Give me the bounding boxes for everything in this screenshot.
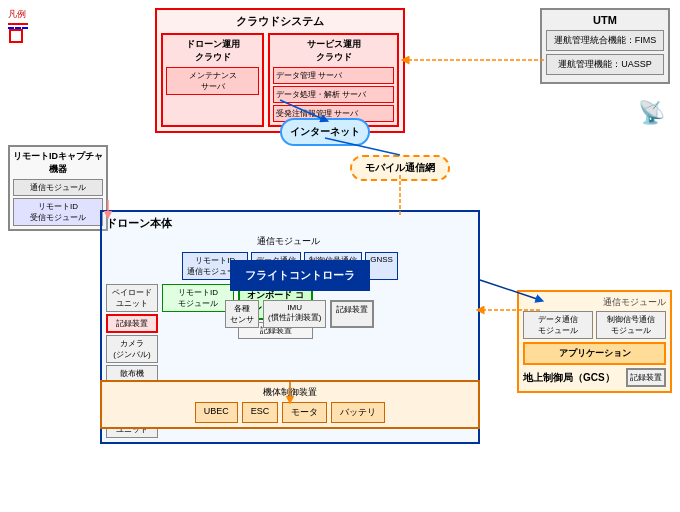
- ground-comm-row: データ通信モジュール 制御信号通信モジュール: [523, 311, 666, 339]
- recorder-ground: 記録装置: [626, 368, 666, 387]
- recorder-left: 記録装置: [106, 314, 158, 333]
- legend: 凡例: [8, 8, 32, 29]
- legend-item-1: [8, 23, 32, 25]
- remote-id-capture-title: リモートIDキャプチャ機器: [13, 150, 103, 176]
- remote-id-module: リモートIDモジュール: [162, 284, 234, 312]
- ground-data-comm: データ通信モジュール: [523, 311, 593, 339]
- drone-body-title: ドローン本体: [106, 216, 474, 231]
- remote-id-capture: リモートIDキャプチャ機器 通信モジュール リモートID受信モジュール: [8, 145, 108, 231]
- ground-bottom-row: 地上制御局（GCS） 記録装置: [523, 368, 666, 387]
- utm-box: UTM 運航管理統合機能：FIMS 運航管理機能：UASSP: [540, 8, 670, 84]
- ground-control-comm: 制御信号通信モジュール: [596, 311, 666, 339]
- camera-box: カメラ(ジンバル): [106, 335, 158, 363]
- main-diagram: 凡例 クラウドシステム ドローン運用クラウド メンテナンスサーバ サービス運用ク…: [0, 0, 680, 512]
- ground-control-station: 通信モジュール データ通信モジュール 制御信号通信モジュール アプリケーション …: [517, 290, 672, 393]
- utm-item-2: 運航管理機能：UASSP: [546, 54, 664, 75]
- remote-id-comm-module: 通信モジュール: [13, 179, 103, 196]
- legend-line-blue: [8, 27, 28, 29]
- sensors-row: 各種センサ IMU(慣性計測装置) 記録装置: [225, 300, 374, 328]
- esc-box: ESC: [242, 402, 279, 423]
- ground-ctrl-title: 地上制御局（GCS）: [523, 371, 615, 385]
- mech-ctrl: 機体制御装置 UBEC ESC モータ バッテリ: [100, 380, 480, 429]
- utm-item-1: 運航管理統合機能：FIMS: [546, 30, 664, 51]
- legend-line-red: [8, 23, 28, 25]
- gnss-box: GNSS: [365, 252, 398, 280]
- cloud-system: クラウドシステム ドローン運用クラウド メンテナンスサーバ サービス運用クラウド…: [155, 8, 405, 133]
- mech-ctrl-title: 機体制御装置: [106, 386, 474, 399]
- legend-item-2: [8, 27, 32, 29]
- ground-comm-label: 通信モジュール: [523, 296, 666, 309]
- payload-unit: ペイロードユニット: [106, 284, 158, 312]
- service-item-1: データ管理 サーバ: [273, 67, 394, 84]
- remote-id-recv: リモートID受信モジュール: [13, 198, 103, 226]
- service-cloud-title: サービス運用クラウド: [273, 38, 394, 64]
- drone-cloud: ドローン運用クラウド メンテナンスサーバ: [161, 33, 264, 127]
- motor-box: モータ: [282, 402, 327, 423]
- recorder-box: 記録装置: [330, 300, 374, 328]
- battery-box: バッテリ: [331, 402, 385, 423]
- flight-controller: フライトコントローラ: [230, 260, 370, 291]
- service-cloud: サービス運用クラウド データ管理 サーバ データ処理・解析 サーバ 受発注情報管…: [268, 33, 399, 127]
- imu-box: IMU(慣性計測装置): [263, 300, 326, 328]
- utm-title: UTM: [546, 14, 664, 26]
- service-item-2: データ処理・解析 サーバ: [273, 86, 394, 103]
- mech-row: UBEC ESC モータ バッテリ: [106, 402, 474, 423]
- mobile-box: モバイル通信網: [350, 155, 450, 181]
- sensor-box: 各種センサ: [225, 300, 259, 328]
- maintenance-box: メンテナンスサーバ: [166, 67, 259, 95]
- ubec-box: UBEC: [195, 402, 238, 423]
- cloud-boxes: ドローン運用クラウド メンテナンスサーバ サービス運用クラウド データ管理 サー…: [161, 33, 399, 127]
- satellite-icon: 📡: [638, 100, 665, 126]
- legend-label: 凡例: [8, 8, 32, 21]
- drone-cloud-title: ドローン運用クラウド: [166, 38, 259, 64]
- comm-module-label: 通信モジュール: [257, 235, 320, 248]
- app-box: アプリケーション: [523, 342, 666, 365]
- cloud-system-title: クラウドシステム: [161, 14, 399, 29]
- internet-box: インターネット: [280, 118, 370, 146]
- svg-rect-4: [10, 30, 22, 42]
- comm-module-row: 通信モジュール: [106, 235, 474, 248]
